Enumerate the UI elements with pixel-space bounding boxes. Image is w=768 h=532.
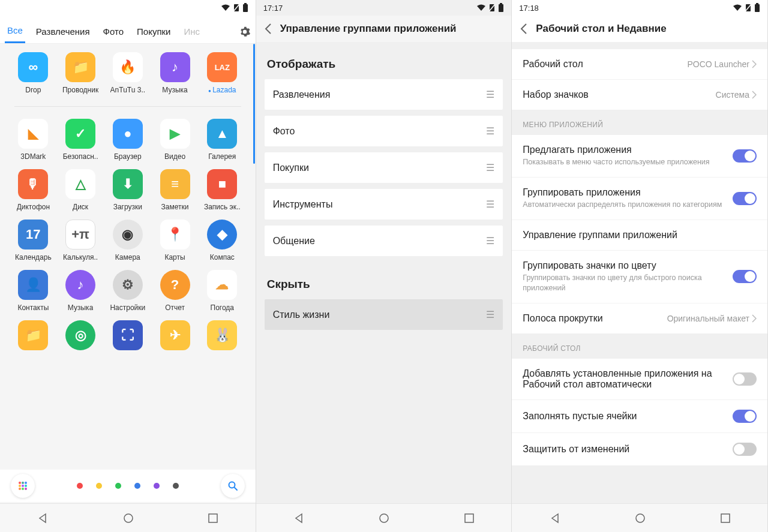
app-Заметки[interactable]: ≡Заметки — [151, 169, 199, 211]
drag-handle-icon[interactable]: ☰ — [486, 199, 494, 210]
drag-handle-icon[interactable]: ☰ — [486, 125, 494, 137]
drag-handle-icon[interactable]: ☰ — [486, 235, 494, 247]
app-item[interactable]: ◎ — [57, 320, 104, 354]
group-label: Стиль жизни — [273, 309, 330, 320]
all-apps-button[interactable] — [11, 474, 35, 498]
settings-row[interactable]: Защитить от изменений — [512, 433, 767, 465]
app-Галерея[interactable]: ▲Галерея — [199, 119, 246, 161]
drag-handle-icon[interactable]: ☰ — [486, 309, 494, 320]
app-Диктофон[interactable]: 🎙Диктофон — [10, 169, 57, 211]
app-AnTuTu 3..[interactable]: 🔥AnTuTu 3.. — [104, 52, 151, 94]
group-item[interactable]: Инструменты☰ — [265, 189, 503, 220]
app-Музыка[interactable]: ♪Музыка — [57, 270, 104, 312]
scrollbar-thumb[interactable] — [253, 44, 255, 164]
app-Музыка[interactable]: ♪Музыка — [151, 52, 199, 94]
settings-row[interactable]: Группировать приложенияАвтоматически рас… — [512, 178, 767, 220]
app-Lazada[interactable]: LAZLazada — [199, 52, 246, 94]
recents-button[interactable] — [464, 513, 474, 523]
app-Камера[interactable]: ◉Камера — [104, 220, 151, 262]
tab-tools[interactable]: Инс — [181, 22, 202, 43]
settings-row[interactable]: Предлагать приложенияПоказывать в меню ч… — [512, 135, 767, 178]
home-button[interactable] — [635, 513, 646, 524]
clock: 17:18 — [519, 4, 539, 13]
settings-gear-icon[interactable] — [239, 26, 251, 38]
toggle-switch[interactable] — [733, 372, 757, 386]
settings-row[interactable]: Добавлять установленные приложения на Ра… — [512, 359, 767, 400]
group-item[interactable]: Развлечения☰ — [265, 79, 503, 110]
app-item[interactable]: ✈ — [151, 320, 199, 354]
color-filter-dot[interactable] — [96, 483, 102, 489]
group-item[interactable]: Общение☰ — [265, 226, 503, 256]
app-Запись эк..[interactable]: ■Запись эк.. — [199, 169, 246, 211]
color-filter-dot[interactable] — [77, 483, 83, 489]
app-Безопасн..[interactable]: ✓Безопасн.. — [57, 119, 104, 161]
search-button[interactable] — [221, 474, 245, 498]
toggle-switch[interactable] — [733, 410, 757, 423]
app-Диск[interactable]: △Диск — [57, 169, 104, 211]
tab-entertainment[interactable]: Развлечения — [34, 22, 92, 43]
group-item[interactable]: Фото☰ — [265, 116, 503, 146]
recents-button[interactable] — [208, 513, 218, 523]
app-Drop[interactable]: ∞Drop — [10, 52, 57, 94]
tab-photo[interactable]: Фото — [101, 22, 126, 43]
app-3DMark[interactable]: ◣3DMark — [10, 119, 57, 161]
drag-handle-icon[interactable]: ☰ — [486, 162, 494, 173]
settings-row[interactable]: Набор значковСистема — [512, 80, 767, 110]
app-Отчет[interactable]: ?Отчет — [151, 270, 199, 312]
settings-body[interactable]: Отображать Развлечения☰Фото☰Покупки☰Инст… — [256, 42, 512, 532]
app-Калькуля..[interactable]: +πКалькуля.. — [57, 220, 104, 262]
app-icon: ◆ — [207, 220, 237, 250]
settings-row[interactable]: Заполнять пустые ячейки — [512, 400, 767, 433]
app-Загрузки[interactable]: ⬇Загрузки — [104, 169, 151, 211]
app-grid-container[interactable]: ∞Drop📁Проводник🔥AnTuTu 3..♪МузыкаLAZLaza… — [0, 44, 256, 532]
group-item[interactable]: Покупки☰ — [265, 152, 503, 183]
app-item[interactable]: 🐰 — [199, 320, 246, 354]
recents-button[interactable] — [721, 513, 730, 523]
app-label: Календарь — [15, 253, 52, 262]
toggle-switch[interactable] — [733, 443, 757, 456]
settings-row[interactable]: Рабочий столPOCO Launcher — [512, 49, 767, 80]
row-title: Добавлять установленные приложения на Ра… — [523, 368, 725, 390]
home-button[interactable] — [123, 513, 134, 524]
color-filter-dot[interactable] — [134, 483, 140, 489]
group-item[interactable]: Стиль жизни☰ — [265, 299, 503, 330]
toggle-switch[interactable] — [733, 149, 757, 163]
app-Браузер[interactable]: ●Браузер — [104, 119, 151, 161]
app-Настройки[interactable]: ⚙Настройки — [104, 270, 151, 312]
app-Календарь[interactable]: 17Календарь — [10, 220, 57, 262]
back-button[interactable] — [550, 513, 560, 524]
tab-all[interactable]: Все — [5, 20, 25, 43]
settings-row[interactable]: Управление группами приложений — [512, 220, 767, 251]
tab-shopping[interactable]: Покупки — [134, 22, 173, 43]
toggle-switch[interactable] — [733, 270, 757, 283]
app-icon: ☁ — [207, 270, 237, 300]
app-Карты[interactable]: 📍Карты — [151, 220, 199, 262]
color-filter-dot[interactable] — [154, 483, 160, 489]
search-icon — [227, 480, 238, 491]
home-button[interactable] — [379, 513, 389, 524]
toggle-switch[interactable] — [733, 192, 757, 205]
svg-point-7 — [19, 485, 21, 487]
app-item[interactable]: ⛶ — [104, 320, 151, 354]
app-Контакты[interactable]: 👤Контакты — [10, 270, 57, 312]
group-label: Инструменты — [273, 199, 333, 210]
back-icon[interactable] — [520, 23, 527, 35]
back-button[interactable] — [293, 513, 304, 524]
back-icon[interactable] — [265, 23, 272, 35]
app-item[interactable]: 📁 — [10, 320, 57, 354]
chevron-right-icon — [752, 314, 757, 323]
settings-row[interactable]: Полоса прокруткиОригинальный макет — [512, 303, 767, 333]
color-filter-dot[interactable] — [115, 483, 121, 489]
app-label: Погода — [211, 303, 235, 312]
app-Видео[interactable]: ▶Видео — [151, 119, 199, 161]
svg-rect-20 — [500, 3, 502, 4]
app-Погода[interactable]: ☁Погода — [199, 270, 246, 312]
app-label: Камера — [115, 253, 140, 262]
settings-body[interactable]: Рабочий столPOCO LauncherНабор значковСи… — [512, 42, 767, 532]
color-filter-dot[interactable] — [173, 483, 179, 489]
settings-row[interactable]: Группировать значки по цветуГруппировать… — [512, 251, 767, 303]
drag-handle-icon[interactable]: ☰ — [486, 89, 494, 100]
app-Проводник[interactable]: 📁Проводник — [57, 52, 104, 94]
app-Компас[interactable]: ◆Компас — [199, 220, 246, 262]
back-button[interactable] — [37, 513, 48, 524]
